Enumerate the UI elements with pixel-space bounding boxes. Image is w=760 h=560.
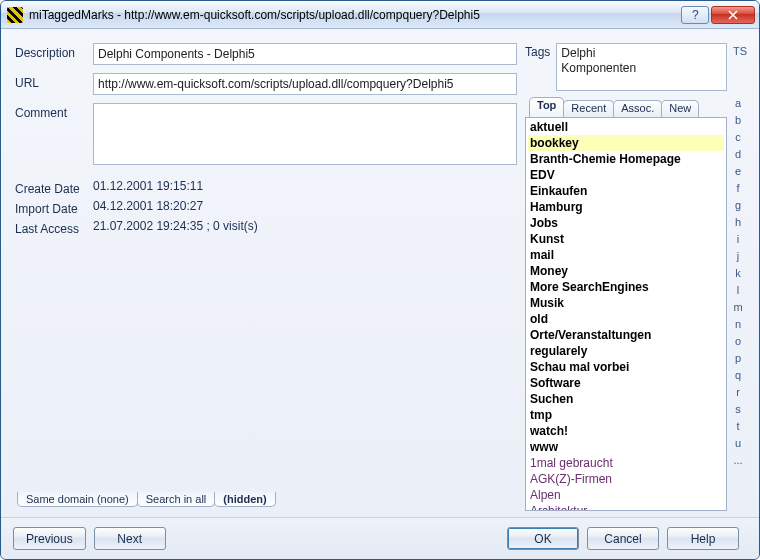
titlebar[interactable]: miTaggedMarks - http://www.em-quicksoft.… bbox=[1, 1, 759, 29]
alpha-i[interactable]: i bbox=[731, 233, 745, 250]
alpha-index: TS abcdefghijklmnopqrstu... bbox=[731, 43, 745, 511]
alpha-s[interactable]: s bbox=[731, 403, 745, 420]
tab-same-domain[interactable]: Same domain (none) bbox=[17, 492, 138, 507]
alpha-f[interactable]: f bbox=[731, 182, 745, 199]
tag-item[interactable]: More SearchEngines bbox=[528, 279, 724, 295]
tag-item[interactable]: Jobs bbox=[528, 215, 724, 231]
alpha-h[interactable]: h bbox=[731, 216, 745, 233]
tag-item[interactable]: Architektur bbox=[528, 503, 724, 511]
tag-item[interactable]: AGK(Z)-Firmen bbox=[528, 471, 724, 487]
last-access-label: Last Access bbox=[15, 219, 93, 236]
import-date-value: 04.12.2001 18:20:27 bbox=[93, 199, 203, 213]
alpha-l[interactable]: l bbox=[731, 284, 745, 301]
last-access-value: 21.07.2002 19:24:35 ; 0 visit(s) bbox=[93, 219, 258, 233]
tab-assoc[interactable]: Assoc. bbox=[613, 100, 662, 117]
tag-tabs: Top Recent Assoc. New bbox=[529, 97, 727, 117]
close-window-button[interactable] bbox=[711, 6, 755, 24]
alpha-j[interactable]: j bbox=[731, 250, 745, 267]
alpha-r[interactable]: r bbox=[731, 386, 745, 403]
tag-item[interactable]: 1mal gebraucht bbox=[528, 455, 724, 471]
alpha-p[interactable]: p bbox=[731, 352, 745, 369]
tag-item[interactable]: EDV bbox=[528, 167, 724, 183]
tab-top[interactable]: Top bbox=[529, 97, 564, 117]
tag-item[interactable]: bookkey bbox=[528, 135, 724, 151]
tag-item[interactable]: tmp bbox=[528, 407, 724, 423]
alpha-c[interactable]: c bbox=[731, 131, 745, 148]
alpha-...[interactable]: ... bbox=[731, 454, 745, 471]
tag-item[interactable]: mail bbox=[528, 247, 724, 263]
help-button[interactable]: Help bbox=[667, 527, 739, 550]
help-window-button[interactable]: ? bbox=[681, 6, 709, 24]
tag-item[interactable]: Schau mal vorbei bbox=[528, 359, 724, 375]
alpha-d[interactable]: d bbox=[731, 148, 745, 165]
alpha-g[interactable]: g bbox=[731, 199, 745, 216]
description-input[interactable] bbox=[93, 43, 517, 65]
tag-item[interactable]: Einkaufen bbox=[528, 183, 724, 199]
next-button[interactable]: Next bbox=[94, 527, 166, 550]
tag-item[interactable]: watch! bbox=[528, 423, 724, 439]
svg-text:?: ? bbox=[692, 10, 699, 20]
previous-button[interactable]: Previous bbox=[13, 527, 86, 550]
alpha-q[interactable]: q bbox=[731, 369, 745, 386]
tag-item[interactable]: regularely bbox=[528, 343, 724, 359]
url-label: URL bbox=[15, 73, 93, 90]
tag-item[interactable]: old bbox=[528, 311, 724, 327]
assigned-tags-box[interactable]: DelphiKomponenten bbox=[556, 43, 727, 91]
alpha-a[interactable]: a bbox=[731, 97, 745, 114]
tab-recent[interactable]: Recent bbox=[563, 100, 614, 117]
comment-input[interactable] bbox=[93, 103, 517, 165]
alpha-k[interactable]: k bbox=[731, 267, 745, 284]
ok-button[interactable]: OK bbox=[507, 527, 579, 550]
alpha-m[interactable]: m bbox=[731, 301, 745, 318]
tag-item[interactable]: Orte/Veranstaltungen bbox=[528, 327, 724, 343]
cancel-button[interactable]: Cancel bbox=[587, 527, 659, 550]
app-icon bbox=[7, 7, 23, 23]
comment-label: Comment bbox=[15, 103, 93, 120]
tag-item[interactable]: Hamburg bbox=[528, 199, 724, 215]
alpha-e[interactable]: e bbox=[731, 165, 745, 182]
description-label: Description bbox=[15, 43, 93, 60]
tab-new[interactable]: New bbox=[661, 100, 699, 117]
window-title: miTaggedMarks - http://www.em-quicksoft.… bbox=[29, 8, 681, 22]
ts-badge[interactable]: TS bbox=[731, 43, 749, 91]
tab-search-all[interactable]: Search in all bbox=[137, 492, 216, 507]
tag-item[interactable]: www bbox=[528, 439, 724, 455]
tag-item[interactable]: aktuell bbox=[528, 119, 724, 135]
tag-item[interactable]: Suchen bbox=[528, 391, 724, 407]
alpha-b[interactable]: b bbox=[731, 114, 745, 131]
footer: Previous Next OK Cancel Help bbox=[1, 517, 759, 559]
create-date-value: 01.12.2001 19:15:11 bbox=[93, 179, 203, 193]
dialog-window: miTaggedMarks - http://www.em-quicksoft.… bbox=[0, 0, 760, 560]
bottom-tabs: Same domain (none) Search in all (hidden… bbox=[17, 487, 517, 507]
alpha-u[interactable]: u bbox=[731, 437, 745, 454]
tags-label: Tags bbox=[525, 43, 550, 59]
create-date-label: Create Date bbox=[15, 179, 93, 196]
tag-item[interactable]: Branth-Chemie Homepage bbox=[528, 151, 724, 167]
tag-item[interactable]: Money bbox=[528, 263, 724, 279]
alpha-o[interactable]: o bbox=[731, 335, 745, 352]
tag-item[interactable]: Alpen bbox=[528, 487, 724, 503]
tag-item[interactable]: Kunst bbox=[528, 231, 724, 247]
url-input[interactable] bbox=[93, 73, 517, 95]
tag-list[interactable]: aktuellbookkeyBranth-Chemie HomepageEDVE… bbox=[525, 117, 727, 511]
alpha-n[interactable]: n bbox=[731, 318, 745, 335]
tab-hidden[interactable]: (hidden) bbox=[214, 492, 275, 507]
tag-item[interactable]: Software bbox=[528, 375, 724, 391]
alpha-t[interactable]: t bbox=[731, 420, 745, 437]
import-date-label: Import Date bbox=[15, 199, 93, 216]
tag-item[interactable]: Musik bbox=[528, 295, 724, 311]
